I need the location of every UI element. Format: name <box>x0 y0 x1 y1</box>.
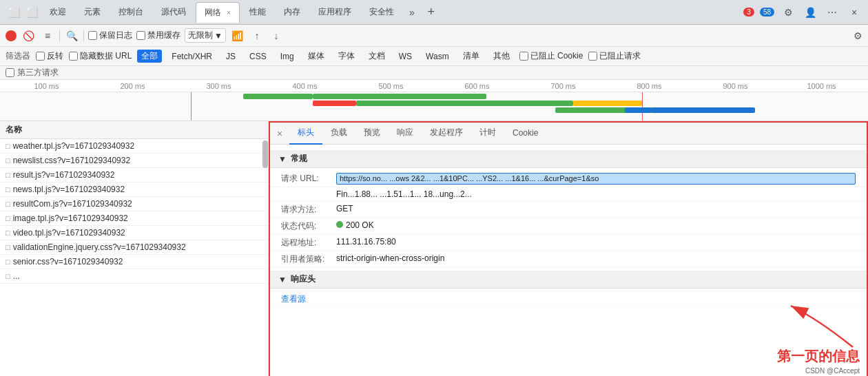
invert-checkbox[interactable] <box>36 52 45 61</box>
third-party-checkbox[interactable] <box>6 68 14 77</box>
filter-img-btn[interactable]: Img <box>276 51 298 62</box>
file-icon: □ <box>6 243 10 251</box>
file-list-header: 名称 <box>0 121 268 139</box>
file-item[interactable]: □image.tpl.js?v=1671029340932 <box>0 211 268 226</box>
file-item[interactable]: □result.js?v=1671029340932 <box>0 168 268 182</box>
clear-button[interactable]: 🚫 <box>21 28 36 43</box>
timeline-tracks[interactable] <box>0 92 868 121</box>
wifi-icon[interactable]: 📶 <box>230 28 245 43</box>
invert-filter-check[interactable]: 反转 <box>36 50 63 62</box>
preserve-log-check[interactable]: 保留日志 <box>88 30 132 41</box>
blocked-request-check[interactable]: 已阻止请求 <box>588 50 641 62</box>
request-url-secondary-row: Fin...1.88... ...1.51...1... 18...ung...… <box>270 187 867 202</box>
user-icon[interactable]: 👤 <box>802 4 818 21</box>
disable-cache-checkbox[interactable] <box>136 31 145 40</box>
file-icon: □ <box>6 229 10 237</box>
search-icon[interactable]: 🔍 <box>64 28 79 43</box>
response-headers-toggle-icon: ▼ <box>278 275 287 284</box>
filter-clear-btn[interactable]: 清单 <box>459 50 484 63</box>
tab-application[interactable]: 应用程序 <box>310 2 360 23</box>
file-item[interactable]: □validationEngine.jquery.css?v=167102934… <box>0 240 268 255</box>
file-item[interactable]: □weather.tpl.js?v=1671029340932 <box>0 139 268 154</box>
general-section-header[interactable]: ▼ 常规 <box>270 150 867 168</box>
tab-performance[interactable]: 性能 <box>241 2 274 23</box>
request-url-value[interactable]: https://so.no... ...ows 2&2... ...1&10PC… <box>336 173 856 185</box>
tab-memory-label: 内存 <box>284 6 300 18</box>
filter-media-btn[interactable]: 媒体 <box>304 50 329 63</box>
blocked-cookie-check[interactable]: 已阻止 Cookie <box>519 50 583 62</box>
filter-css-btn[interactable]: CSS <box>245 51 271 62</box>
tab-security[interactable]: 安全性 <box>361 2 402 23</box>
filter-font-btn[interactable]: 字体 <box>334 50 359 63</box>
request-url-secondary-value: Fin...1.88... ...1.51...1... 18...ung...… <box>336 189 856 199</box>
detail-tab-payload[interactable]: 负载 <box>322 123 355 145</box>
add-tab-button[interactable]: + <box>422 3 441 22</box>
more-options-icon[interactable]: ⋯ <box>824 4 840 21</box>
file-name: validationEngine.jquery.css?v=1671029340… <box>13 242 186 252</box>
tab-sources[interactable]: 源代码 <box>153 2 194 23</box>
file-item[interactable]: □senior.css?v=1671029340932 <box>0 255 268 269</box>
detail-tab-preview[interactable]: 预览 <box>355 123 389 145</box>
filter-icon[interactable]: ≡ <box>40 28 55 43</box>
blocked-request-checkbox[interactable] <box>588 52 597 61</box>
close-window-icon[interactable]: × <box>846 4 862 21</box>
tab-performance-label: 性能 <box>249 6 266 18</box>
detail-tab-cookie[interactable]: Cookie <box>504 123 546 145</box>
throttle-select[interactable]: 无限制 ▼ <box>185 28 226 43</box>
network-settings-icon[interactable]: ⚙ <box>854 30 862 41</box>
download-icon[interactable]: ↓ <box>269 28 284 43</box>
detail-tabs: × 标头 负载 预览 响应 发起程序 计时 Cookie <box>270 123 867 145</box>
tab-network[interactable]: 网络 × <box>196 2 240 23</box>
detail-tab-headers[interactable]: 标头 <box>289 123 322 145</box>
third-party-check[interactable]: 第三方请求 <box>6 67 59 79</box>
ruler-mark: 300 ms <box>176 82 262 90</box>
hide-data-url-checkbox[interactable] <box>69 52 78 61</box>
filter-all-btn[interactable]: 全部 <box>137 50 162 63</box>
track-bar-7 <box>651 107 755 113</box>
preserve-log-label: 保留日志 <box>99 30 132 41</box>
preserve-log-checkbox[interactable] <box>88 31 97 40</box>
track-bar-4 <box>573 101 643 106</box>
more-tabs-icon[interactable]: » <box>404 4 420 21</box>
tab-network-label: 网络 <box>205 7 221 19</box>
detail-tab-timing[interactable]: 计时 <box>471 123 504 145</box>
settings-icon[interactable]: ⚙ <box>780 4 796 21</box>
record-button[interactable] <box>6 30 17 41</box>
tab-console[interactable]: 控制台 <box>110 2 152 23</box>
remote-address-key: 远程地址: <box>281 237 336 249</box>
file-item[interactable]: □... <box>0 269 268 284</box>
detail-close-button[interactable]: × <box>273 127 287 140</box>
blocked-cookie-checkbox[interactable] <box>519 52 528 61</box>
response-headers-section-header[interactable]: ▼ 响应头 <box>270 271 867 289</box>
detail-tab-response[interactable]: 响应 <box>389 123 422 145</box>
duplicate-tab-icon[interactable]: ⬜ <box>23 4 40 21</box>
tab-elements[interactable]: 元素 <box>76 2 109 23</box>
file-list-items[interactable]: □weather.tpl.js?v=1671029340932□newslist… <box>0 139 268 376</box>
file-item[interactable]: □news.tpl.js?v=1671029340932 <box>0 182 268 197</box>
ruler-mark: 400 ms <box>262 82 348 90</box>
upload-icon[interactable]: ↑ <box>249 28 265 43</box>
file-item[interactable]: □resultCom.js?v=1671029340932 <box>0 197 268 211</box>
filter-js-btn[interactable]: JS <box>222 51 240 62</box>
file-name: weather.tpl.js?v=1671029340932 <box>13 141 134 151</box>
tab-console-label: 控制台 <box>118 6 143 18</box>
disable-cache-check[interactable]: 禁用缓存 <box>136 30 180 41</box>
new-tab-icon[interactable]: ⬜ <box>6 4 22 21</box>
hide-data-url-check[interactable]: 隐藏数据 URL <box>69 50 132 62</box>
filter-bar-label: 筛选器 <box>6 50 30 62</box>
filter-wasm-btn[interactable]: Wasm <box>422 51 453 62</box>
filter-other-btn[interactable]: 其他 <box>489 50 514 63</box>
view-source-key[interactable]: 查看源 <box>281 293 336 305</box>
tab-welcome[interactable]: 欢迎 <box>41 2 74 23</box>
third-party-row: 第三方请求 <box>0 66 868 80</box>
timeline-ruler: 100 ms200 ms300 ms400 ms500 ms600 ms700 … <box>0 80 868 92</box>
close-network-tab-icon[interactable]: × <box>227 9 231 17</box>
tab-memory[interactable]: 内存 <box>276 2 309 23</box>
filter-ws-btn[interactable]: WS <box>395 51 416 62</box>
file-item[interactable]: □newslist.css?v=1671029340932 <box>0 154 268 168</box>
filter-doc-btn[interactable]: 文档 <box>364 50 389 63</box>
detail-tab-initiator[interactable]: 发起程序 <box>422 123 471 145</box>
filter-fetch-xhr-btn[interactable]: Fetch/XHR <box>167 51 216 62</box>
file-item[interactable]: □video.tpl.js?v=1671029340932 <box>0 226 268 240</box>
throttle-label: 无限制 <box>188 30 213 41</box>
